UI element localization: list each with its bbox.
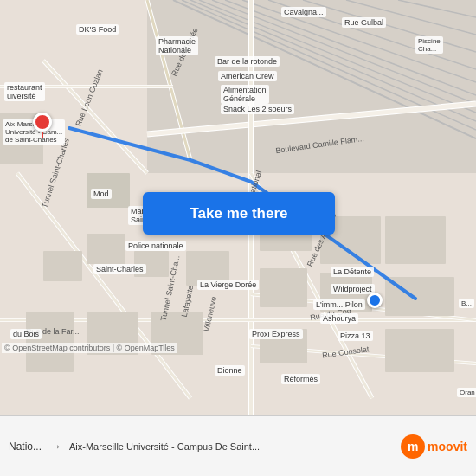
svg-rect-46 — [26, 312, 74, 372]
poi-proxi: Proxi Express — [249, 329, 303, 339]
poi-cavaigna: Cavaigna... — [281, 7, 326, 17]
svg-rect-34 — [87, 234, 125, 264]
poi-saint-charles: Saint-Charles — [93, 264, 146, 274]
destination-pin — [367, 293, 383, 308]
poi-reformes: Réformés — [281, 374, 320, 384]
svg-rect-45 — [385, 329, 454, 372]
poi-pharmacie: PharmacieNationale — [156, 36, 198, 55]
bottom-bar: Natio... → Aix-Marseille Université - Ca… — [0, 415, 476, 476]
poi-american-crew: American Crew — [218, 71, 277, 81]
poi-snack: Snack Les 2 soeurs — [221, 104, 294, 114]
poi-dionne: Dionne — [215, 365, 245, 376]
poi-alimentation: AlimentationGénérale — [221, 85, 269, 104]
osm-attribution: © OpenStreetMap contributors | © OpenMap… — [2, 343, 177, 353]
arrow-icon: → — [48, 439, 62, 454]
poi-vierge-doree: La Vierge Dorée — [197, 280, 259, 290]
origin-pin — [33, 113, 52, 137]
poi-b: B... — [459, 299, 474, 308]
moovit-text: moovit — [428, 440, 467, 453]
poi-dk-food: DK'S Food — [76, 24, 119, 35]
origin-short-label: Natio... — [9, 441, 42, 453]
svg-rect-40 — [260, 268, 307, 307]
poi-mod: Mod — [91, 189, 112, 199]
svg-rect-36 — [43, 251, 82, 281]
poi-piscine: PiscineCha... — [415, 36, 443, 54]
map-container: DK'S Food PharmacieNationale Bar de la r… — [0, 0, 476, 415]
poi-ashourya: Ashourya — [320, 313, 358, 324]
moovit-logo: m moovit — [401, 434, 467, 459]
poi-oran: Oran — [457, 388, 476, 397]
origin-box: Natio... — [9, 441, 42, 453]
svg-rect-43 — [385, 216, 446, 264]
poi-pizza: Pizza 13 — [338, 331, 373, 341]
poi-la-detente: La Détente — [331, 267, 374, 277]
poi-wildproject: Wildproject — [331, 284, 375, 294]
moovit-icon: m — [401, 434, 425, 459]
poi-police: Police nationale — [125, 241, 186, 251]
poi-restaurant: restaurantuiversité — [4, 82, 45, 101]
poi-du-bois: du Bois — [10, 329, 42, 339]
poi-bar-rotonde: Bar de la rotonde — [215, 56, 280, 67]
poi-imm-pilon: L'imm... Pilon — [313, 299, 365, 310]
poi-rue-gulbal: Rue Gulbal — [342, 17, 386, 28]
take-me-there-button[interactable]: Take me there — [143, 192, 335, 235]
